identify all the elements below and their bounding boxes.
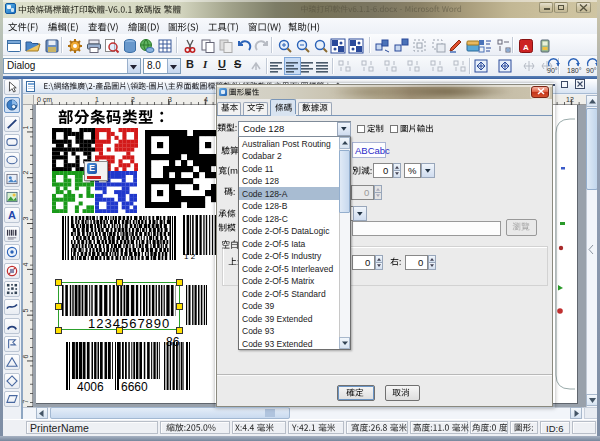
svg-text:A: A (8, 210, 16, 222)
svg-text:A: A (523, 43, 529, 52)
